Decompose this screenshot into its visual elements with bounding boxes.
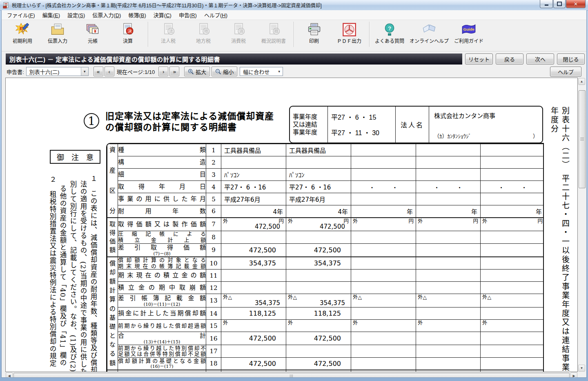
menu-item-2[interactable]: 設定(S) — [64, 10, 89, 20]
side-form-number-strip: 別表十六（二） 平二十七・四・一以後終了事業年度又は連結事業年度分 — [549, 107, 571, 372]
table-row-15: 前期から繰り越した償却超過額15外外外外外 — [107, 320, 544, 332]
cell-r3-c3 — [351, 169, 416, 181]
cell-r1-c1: 工具器具備品 — [221, 144, 286, 156]
corp-kana: （ｶ）ｶﾝﾀﾝｼｮｳｼﾞ — [434, 132, 471, 140]
zoom-in-label: 拡大 — [196, 68, 206, 76]
cell-r2-c3 — [351, 156, 416, 169]
cell-r9-c1: 472,500 — [221, 244, 286, 257]
reset-button[interactable]: リセット — [465, 53, 493, 65]
row-label-cell: 積立金の期中取崩額 — [118, 282, 206, 294]
toolbar-button-11[interactable]: オンラインヘルプ — [407, 21, 451, 49]
cell-r10-c2: 354,375 — [286, 257, 351, 270]
cell-r16-c3 — [351, 332, 416, 345]
notice-box: 御 注 意 — [50, 150, 100, 164]
menu-item-5[interactable]: 決算(C) — [150, 10, 175, 20]
cell-r7-c5: 外円 — [481, 218, 544, 231]
table-row-8: 圧縮記帳による積立金計上額8 — [107, 231, 544, 244]
table-row-16: 合計(13)＋(14)＋(15)16472,500472,500 — [107, 332, 544, 345]
cell-r11-c3 — [351, 270, 416, 282]
cell-r3-c1: ﾊﾟｿｺﾝ — [221, 169, 286, 181]
cell-r5-c2: 平成27年6月 — [286, 193, 351, 205]
row-label-cell: 前期から繰り越した特別償却不足額又は合併等特別償却不足額 — [118, 345, 206, 358]
toolbar-button-label: 元帳 — [88, 37, 98, 44]
table-row-17: 前期から繰り越した特別償却不足額又は合併等特別償却不足額17 — [107, 345, 544, 358]
toolbar-separator — [294, 22, 294, 47]
zoom-out-button[interactable]: 縮小 — [212, 67, 237, 76]
horizontal-scrollbar[interactable]: ◀ ▶ — [5, 372, 578, 378]
print-icon — [307, 22, 321, 36]
prev-page-button[interactable]: ‹ — [105, 67, 114, 76]
report-select[interactable]: 別表十六(二) ▼ — [26, 67, 89, 76]
chevron-down-icon[interactable]: ▼ — [81, 67, 88, 76]
row-number-cell: 7 — [206, 218, 221, 231]
cell-r9-c5 — [481, 244, 544, 257]
first-page-button[interactable]: « — [94, 67, 103, 76]
toolbar-button-3[interactable]: 決決算 — [110, 21, 145, 49]
cell-r4-c5: ・ ・ — [481, 181, 544, 193]
cell-r11-c2 — [286, 270, 351, 282]
cell-r14-c2: 118,125 — [286, 307, 351, 320]
table-row-18: 償却額計算の基礎となる金額(16)－(17)18472,500472,500 — [107, 358, 544, 370]
cell-r12-c2 — [286, 282, 351, 294]
row-number-cell: 1 — [206, 144, 221, 156]
scroll-up-arrow-icon[interactable]: ▲ — [578, 78, 585, 85]
toolbar-button-2[interactable]: ¥元帳 — [75, 21, 110, 49]
settlement-icon: 決 — [120, 22, 135, 36]
toolbar-button-12[interactable]: Guideご利用ガイド — [451, 21, 486, 49]
toolbar-button-6: 消消費税 — [221, 21, 256, 49]
menu-item-7[interactable]: ヘルプ(H) — [200, 10, 231, 20]
cell-r1-c4 — [416, 144, 481, 156]
back-button[interactable]: 戻る — [496, 53, 523, 65]
help-button[interactable]: ヘルプ — [550, 67, 581, 77]
horizontal-scroll-thumb[interactable] — [13, 373, 570, 378]
cell-r12-c1 — [221, 282, 286, 294]
last-page-button[interactable]: » — [169, 67, 179, 76]
cell-r4-c1: 平27・ 6 ・16 — [221, 181, 286, 193]
toolbar-button-1[interactable]: 伝票入力 — [40, 21, 75, 49]
cell-r1-c2: 工具器具備品 — [286, 144, 351, 156]
cell-r17-c5 — [481, 345, 544, 358]
scroll-left-arrow-icon[interactable]: ◀ — [6, 372, 13, 378]
menu-item-3[interactable]: 伝票入力(D) — [89, 10, 125, 20]
group-label-cell: 取得価額 — [107, 218, 118, 257]
group-label-cell: 資産区分 — [107, 144, 118, 218]
next-button[interactable]: 次へ — [526, 53, 554, 65]
faq-bulb-icon: ? — [382, 22, 397, 36]
zoom-in-button[interactable]: 拡大 — [184, 67, 210, 76]
chevron-down-icon[interactable]: ▼ — [276, 67, 283, 76]
toolbar-separator — [148, 22, 148, 47]
notice-column-2: 別して別行にして、記載してください。なお、(1)及び(2) — [68, 180, 78, 372]
scroll-down-arrow-icon[interactable]: ▼ — [578, 365, 585, 372]
toolbar-button-0[interactable]: 初 初期利用 — [5, 21, 40, 49]
table-row-10: 償却額計算の基礎となる額償却額計算の対象となる期末現在の帳簿記載金額10354,… — [107, 257, 544, 270]
next-page-button[interactable]: › — [158, 67, 168, 76]
cell-r13-c2: 外△354,375 — [286, 294, 351, 307]
guide-icon: Guide — [461, 22, 476, 36]
cell-r13-c3: 外△ — [351, 294, 416, 307]
fit-width-select[interactable]: 幅に合わせ ▼ — [240, 67, 283, 76]
vertical-scroll-thumb[interactable] — [579, 90, 586, 188]
toolbar-button-8[interactable]: 印刷 — [296, 21, 332, 49]
close-button[interactable]: ✕ — [566, 0, 586, 8]
form-title-bar: 別表十六(二) － 定率法による減価償却資産の償却額の計算に関する明細書 — [6, 53, 462, 65]
minimize-button[interactable] — [540, 0, 553, 8]
toolbar-button-9[interactable]: ＰＤＦ出力 — [332, 21, 367, 49]
menu-item-1[interactable]: 編集(E) — [39, 10, 64, 20]
fiscal-period-label: 事業年度 又は連結 事業年度 — [290, 107, 328, 143]
menu-item-0[interactable]: ファイル(F) — [3, 10, 39, 20]
row-label-cell: 取得年月日 — [118, 181, 206, 193]
cell-r7-c4: 外円 — [416, 218, 481, 231]
cell-r7-c3: 外円 — [351, 218, 416, 231]
menu-item-6[interactable]: 申告(R) — [175, 10, 200, 20]
scroll-right-arrow-icon[interactable]: ▶ — [570, 372, 577, 378]
menu-item-4[interactable]: 帳簿(B) — [125, 10, 149, 20]
close-form-button[interactable]: 閉じる — [557, 53, 585, 65]
overview-report-icon: 概 — [266, 22, 281, 36]
toolbar-button-10[interactable]: ?よくある質問 — [372, 21, 407, 49]
svg-text:¥: ¥ — [94, 29, 97, 33]
restore-button[interactable] — [553, 0, 566, 8]
nav-row: 申告書: 別表十六(二) ▼ « ‹ 現在ページ:1/10 › » 拡大 — [7, 67, 581, 76]
vertical-scrollbar[interactable]: ▲ ▼ — [578, 78, 586, 372]
toolbar-button-label: 概況説明書 — [261, 37, 286, 44]
minimize-icon — [545, 4, 548, 6]
